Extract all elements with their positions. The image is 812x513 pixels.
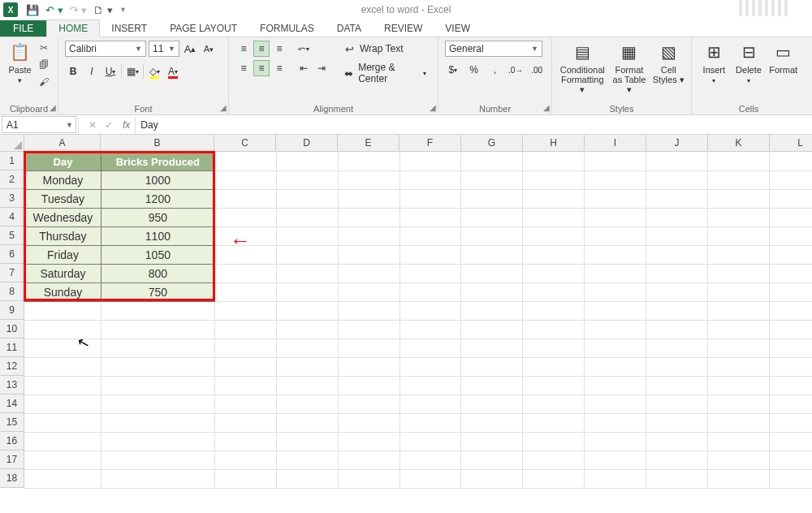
cell-D15[interactable] <box>276 414 338 433</box>
cell-J10[interactable] <box>646 321 708 339</box>
col-header-B[interactable]: B <box>101 135 214 152</box>
borders-button[interactable]: ▦ ▾ <box>124 63 140 80</box>
cell-E16[interactable] <box>338 433 400 451</box>
cell-B8[interactable]: 750 <box>101 283 214 302</box>
cell-K10[interactable] <box>708 321 770 339</box>
cell-J14[interactable] <box>646 395 708 414</box>
cell-I4[interactable] <box>585 209 646 227</box>
cell-B7[interactable]: 800 <box>101 265 214 283</box>
cell-F1[interactable] <box>400 153 461 171</box>
col-header-C[interactable]: C <box>214 135 276 152</box>
cell-K18[interactable] <box>708 470 770 489</box>
align-middle-button[interactable]: ≡ <box>253 41 270 57</box>
cell-L7[interactable] <box>770 265 813 283</box>
cell-D13[interactable] <box>276 377 338 395</box>
cell-F17[interactable] <box>400 451 461 470</box>
cell-C4[interactable] <box>214 209 276 227</box>
cell-C5[interactable] <box>214 227 276 246</box>
cell-A14[interactable] <box>24 395 101 414</box>
cell-L4[interactable] <box>770 209 813 227</box>
cell-G14[interactable] <box>461 395 523 414</box>
cell-G2[interactable] <box>461 171 523 190</box>
cell-E18[interactable] <box>338 470 400 489</box>
cell-B1[interactable]: Bricks Produced <box>101 153 214 171</box>
cell-G16[interactable] <box>461 433 523 451</box>
font-size-combo[interactable]: 11▼ <box>149 41 179 57</box>
cell-H5[interactable] <box>523 227 585 246</box>
cell-E1[interactable] <box>338 153 400 171</box>
cell-L1[interactable] <box>770 153 813 171</box>
cell-C13[interactable] <box>214 377 276 395</box>
cell-A18[interactable] <box>24 470 101 489</box>
alignment-dialog-launcher-icon[interactable]: ◢ <box>430 103 436 112</box>
cell-E9[interactable] <box>338 302 400 321</box>
cell-H9[interactable] <box>523 302 585 321</box>
cell-D12[interactable] <box>276 358 338 377</box>
cell-G9[interactable] <box>461 302 523 321</box>
font-name-combo[interactable]: Calibri▼ <box>65 41 146 57</box>
cell-C1[interactable] <box>214 153 276 171</box>
cell-D18[interactable] <box>276 470 338 489</box>
cell-I3[interactable] <box>585 190 646 209</box>
cell-J17[interactable] <box>646 451 708 470</box>
cell-G10[interactable] <box>461 321 523 339</box>
row-header-1[interactable]: 1 <box>0 152 24 170</box>
cell-L13[interactable] <box>770 377 813 395</box>
cell-L11[interactable] <box>770 339 813 358</box>
tab-file[interactable]: FILE <box>0 20 46 37</box>
cell-I11[interactable] <box>585 339 646 358</box>
cell-C15[interactable] <box>214 414 276 433</box>
cell-G4[interactable] <box>461 209 523 227</box>
cell-J13[interactable] <box>646 377 708 395</box>
cell-K8[interactable] <box>708 283 770 302</box>
cell-A10[interactable] <box>24 321 101 339</box>
row-header-13[interactable]: 13 <box>0 376 24 394</box>
cell-H8[interactable] <box>523 283 585 302</box>
cell-B10[interactable] <box>101 321 214 339</box>
cell-B6[interactable]: 1050 <box>101 246 214 265</box>
col-header-K[interactable]: K <box>708 135 770 152</box>
cell-L14[interactable] <box>770 395 813 414</box>
col-header-H[interactable]: H <box>523 135 585 152</box>
cell-H7[interactable] <box>523 265 585 283</box>
cell-D8[interactable] <box>276 283 338 302</box>
cell-C12[interactable] <box>214 358 276 377</box>
bold-button[interactable]: B <box>65 63 81 80</box>
cell-G6[interactable] <box>461 246 523 265</box>
cell-I5[interactable] <box>585 227 646 246</box>
cell-B15[interactable] <box>101 414 214 433</box>
cell-A11[interactable] <box>24 339 101 358</box>
cell-B16[interactable] <box>101 433 214 451</box>
cell-F2[interactable] <box>400 171 461 190</box>
cell-E14[interactable] <box>338 395 400 414</box>
cell-E13[interactable] <box>338 377 400 395</box>
cell-J15[interactable] <box>646 414 708 433</box>
row-header-16[interactable]: 16 <box>0 432 24 450</box>
cell-C10[interactable] <box>214 321 276 339</box>
cell-A5[interactable]: Thursday <box>24 227 101 246</box>
cell-G17[interactable] <box>461 451 523 470</box>
cell-I15[interactable] <box>585 414 646 433</box>
format-cells-button[interactable]: ▭ Format <box>767 41 799 75</box>
cell-J8[interactable] <box>646 283 708 302</box>
cell-D6[interactable] <box>276 246 338 265</box>
cell-D17[interactable] <box>276 451 338 470</box>
cell-L17[interactable] <box>770 451 813 470</box>
paste-button[interactable]: 📋 Paste▾ <box>6 41 33 85</box>
cell-A1[interactable]: Day <box>24 153 101 171</box>
cell-J9[interactable] <box>646 302 708 321</box>
row-header-9[interactable]: 9 <box>0 301 24 320</box>
cell-F3[interactable] <box>400 190 461 209</box>
cell-C14[interactable] <box>214 395 276 414</box>
font-color-button[interactable]: A ▾ <box>165 63 181 80</box>
cell-G15[interactable] <box>461 414 523 433</box>
cell-D10[interactable] <box>276 321 338 339</box>
cell-J3[interactable] <box>646 190 708 209</box>
increase-indent-button[interactable]: ⇥ <box>313 60 330 76</box>
align-left-button[interactable]: ≡ <box>235 60 252 76</box>
cell-L3[interactable] <box>770 190 813 209</box>
cell-H10[interactable] <box>523 321 585 339</box>
cell-A3[interactable]: Tuesday <box>24 190 101 209</box>
cell-I1[interactable] <box>585 153 646 171</box>
cell-H12[interactable] <box>523 358 585 377</box>
